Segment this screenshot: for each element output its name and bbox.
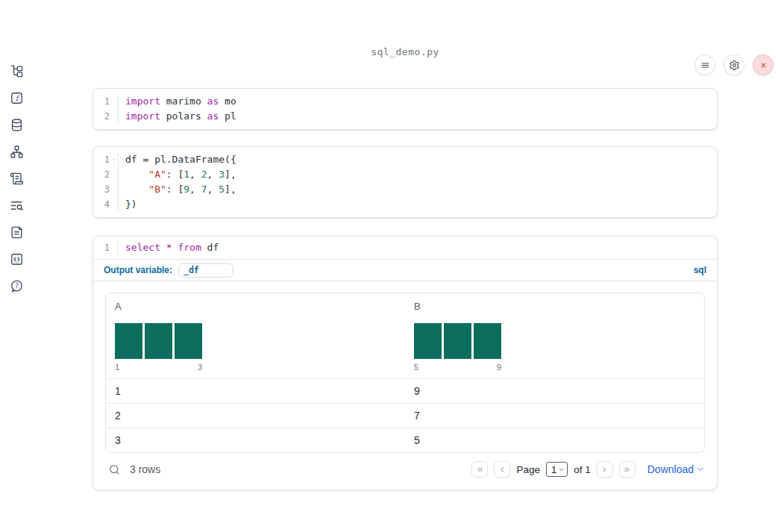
sidebar-item-help[interactable]: ? [6, 275, 27, 296]
next-page-button[interactable] [597, 461, 613, 478]
table-cell: 9 [405, 385, 704, 397]
sidebar-item-file-explorer[interactable] [6, 60, 27, 81]
settings-button[interactable] [724, 54, 744, 75]
table-cell: 7 [405, 410, 704, 422]
output-variable-input[interactable] [178, 263, 233, 278]
output-variable-label: Output variable: [104, 265, 172, 275]
sidebar-item-variables[interactable]: f [6, 87, 27, 108]
histogram-bar [115, 323, 142, 359]
function-icon: f [10, 91, 24, 105]
list-search-icon [10, 198, 24, 213]
download-button[interactable]: Download [647, 463, 705, 475]
shutdown-button[interactable] [753, 54, 774, 75]
code-cell-imports: 1import marimo as mo2import polars as pl [92, 88, 718, 130]
column-histogram [414, 323, 501, 359]
table-cell: 1 [106, 385, 405, 397]
code-line: 1import marimo as mo [93, 94, 717, 109]
code-line-text: }) [119, 197, 137, 212]
language-badge: sql [694, 265, 706, 275]
line-number: 3 [104, 182, 110, 197]
sidebar-item-tracing[interactable] [6, 195, 27, 216]
first-page-button[interactable] [471, 461, 488, 478]
row-count-label: 3 rows [130, 463, 160, 475]
column-name[interactable]: A [115, 301, 396, 312]
sql-cell-toolbar: Output variable: sql [93, 259, 717, 281]
fold-chevron-icon[interactable] [110, 157, 118, 163]
line-number: 1 [104, 94, 110, 109]
code-line: 4}) [93, 197, 717, 212]
svg-text:?: ? [15, 282, 19, 290]
table-cell: 5 [405, 434, 704, 446]
axis-max-label: 3 [198, 363, 202, 372]
histogram-bar [414, 323, 442, 359]
chevron-right-icon [600, 466, 609, 474]
notebook-filename[interactable]: sql_demo.py [92, 46, 718, 57]
code-editor[interactable]: 1df = pl.DataFrame({2 "A": [1, 2, 3],3 "… [93, 147, 717, 217]
sql-output-area: A 1 3 B 5 9 [93, 281, 717, 489]
page-label: Page [516, 464, 540, 475]
line-number: 4 [104, 197, 110, 212]
gear-icon [729, 60, 740, 71]
table-row: 35 [106, 428, 704, 452]
pagination: Page 1 of 1 Download [471, 461, 705, 478]
database-icon [10, 118, 24, 132]
page-select[interactable]: 1 [546, 462, 568, 477]
menu-button[interactable] [694, 54, 715, 75]
download-label: Download [647, 463, 694, 475]
table-cell: 2 [106, 410, 405, 422]
sidebar-item-logs[interactable] [6, 168, 27, 189]
page-of-label: of 1 [574, 464, 591, 475]
line-number: 1 [104, 152, 110, 167]
code-line: 1df = pl.DataFrame({ [93, 152, 717, 167]
code-cell-dataframe: 1df = pl.DataFrame({2 "A": [1, 2, 3],3 "… [92, 146, 718, 218]
code-editor[interactable]: 1import marimo as mo2import polars as pl [93, 89, 717, 129]
column-header-b: B 5 9 [405, 293, 704, 378]
close-icon [758, 60, 769, 71]
sql-cell: 1select * from df Output variable: sql A [92, 236, 718, 490]
gutter: 2 [93, 167, 119, 182]
dataframe-table: A 1 3 B 5 9 [105, 292, 705, 453]
table-row: 27 [106, 403, 704, 428]
gutter: 4 [93, 197, 119, 212]
column-header-a: A 1 3 [106, 293, 405, 378]
histogram-bar [175, 323, 202, 359]
last-page-button[interactable] [619, 461, 636, 478]
panel-sidebar: f ? [0, 46, 33, 532]
axis-min-label: 1 [115, 363, 119, 372]
code-line: 2import polars as pl [93, 109, 717, 124]
histogram-bar [145, 323, 172, 359]
gutter: 1 [93, 240, 119, 255]
histogram-axis: 5 9 [414, 363, 501, 372]
chevrons-right-icon [623, 466, 631, 474]
gutter: 2 [93, 109, 119, 124]
code-line: 3 "B": [9, 7, 5], [93, 182, 717, 197]
sql-code-editor[interactable]: 1select * from df [93, 237, 717, 259]
file-tree-icon [10, 64, 24, 78]
table-row: 19 [106, 378, 704, 403]
svg-text:f: f [15, 94, 19, 102]
sidebar-item-dependency-graph[interactable] [6, 141, 27, 162]
code-line-text: select * from df [119, 240, 219, 255]
code-line-text: "B": [9, 7, 5], [119, 182, 236, 197]
line-number: 2 [104, 167, 110, 182]
column-name[interactable]: B [414, 301, 695, 312]
line-number: 1 [104, 240, 110, 255]
search-icon[interactable] [108, 463, 121, 476]
output-variable-group: Output variable: [104, 263, 233, 278]
prev-page-button[interactable] [494, 461, 510, 478]
code-box-icon [10, 252, 24, 266]
dependency-graph-icon [10, 145, 24, 159]
scroll-icon [10, 172, 24, 186]
chevron-down-icon [558, 466, 565, 473]
code-line: 2 "A": [1, 2, 3], [93, 167, 717, 182]
chevron-left-icon [498, 466, 506, 474]
notebook-actions [694, 54, 774, 75]
document-icon [10, 225, 24, 240]
sidebar-item-scratchpad[interactable] [6, 248, 27, 269]
axis-max-label: 9 [497, 363, 501, 372]
table-footer: 3 rows Page 1 of [105, 453, 705, 485]
code-line-text: import polars as pl [119, 109, 236, 124]
sidebar-item-datasources[interactable] [6, 114, 27, 135]
table-footer-left: 3 rows [108, 463, 160, 476]
sidebar-item-snippets[interactable] [6, 222, 27, 242]
